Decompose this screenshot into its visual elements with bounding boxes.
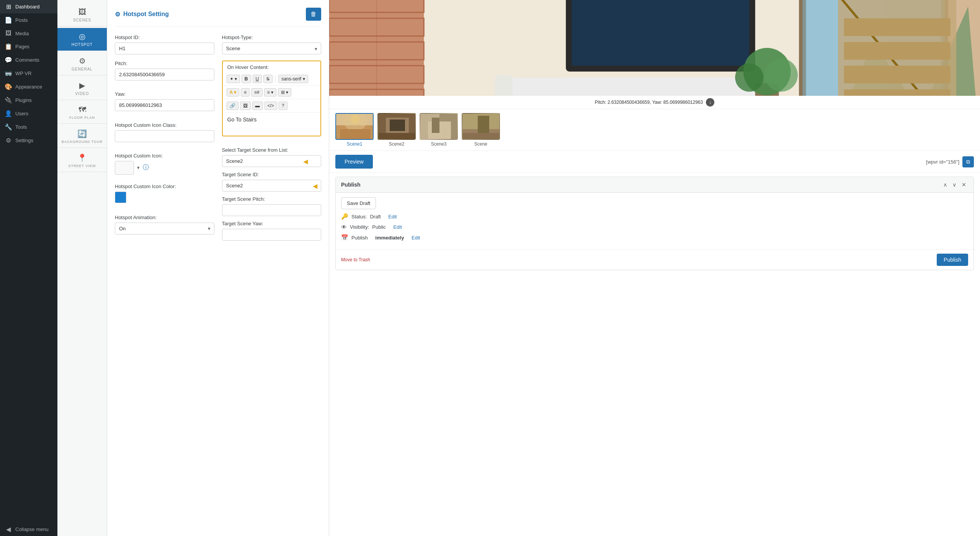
visibility-edit-link[interactable]: Edit <box>393 224 402 230</box>
hover-content-editor-area[interactable]: Go To Stairs <box>223 113 321 136</box>
toolbar-help-btn[interactable]: ? <box>279 102 287 110</box>
publish-body: Save Draft 🔑 Status: Draft Edit 👁 Visibi… <box>336 193 973 249</box>
target-scene-pitch-input[interactable] <box>222 204 322 216</box>
scene-thumb-4[interactable]: Scene <box>462 113 500 147</box>
sidebar-item-label: Users <box>15 111 28 116</box>
sidebar-item-media[interactable]: 🖼 Media <box>0 27 57 40</box>
toolbar-image-btn[interactable]: 🖼 <box>240 102 251 110</box>
toolbar-number-list-btn[interactable]: ≡# <box>251 88 263 97</box>
toolbar-magic-btn[interactable]: ✦ ▾ <box>227 75 240 83</box>
preview-button[interactable]: Preview <box>335 155 373 169</box>
color-swatch[interactable] <box>115 192 126 203</box>
posts-icon: 📄 <box>5 16 12 24</box>
coords-bar: Pitch: 2.632084500436659, Yaw: 85.069998… <box>329 96 980 109</box>
svg-rect-46 <box>378 133 416 140</box>
svg-rect-51 <box>432 118 439 133</box>
hover-content-text: Go To Stairs <box>227 116 257 123</box>
wp-vr-icon: 🥽 <box>5 70 12 77</box>
target-scene-yaw-input[interactable] <box>222 229 322 241</box>
scene-thumb-img-4 <box>462 113 500 140</box>
svg-rect-16 <box>495 75 513 96</box>
toolbar-code-btn[interactable]: </> <box>265 102 277 110</box>
sidebar-item-pages[interactable]: 📋 Pages <box>0 40 57 53</box>
sidebar-item-plugins[interactable]: 🔌 Plugins <box>0 93 57 107</box>
scenes-panel-item-hotspot[interactable]: ◎ HOTSPOT <box>57 28 107 51</box>
sidebar-item-posts[interactable]: 📄 Posts <box>0 13 57 27</box>
sidebar-item-label: Comments <box>15 57 39 63</box>
scene-thumbnails: Scene1 Scene2 <box>329 109 980 151</box>
download-icon: ↓ <box>706 98 714 107</box>
toolbar-sep-1 <box>275 75 276 83</box>
target-scene-yaw-group: Target Scene Yaw: <box>222 221 322 241</box>
scene-thumb-img-1 <box>335 113 374 140</box>
publish-controls: ∧ ∨ ✕ <box>941 181 968 189</box>
sidebar-item-users[interactable]: 👤 Users <box>0 107 57 120</box>
toolbar-bullet-list-btn[interactable]: ≡ <box>241 88 250 97</box>
editor-panel: ⚙ Hotspot Setting 🗑 Hotspot ID: Hotspot-… <box>107 0 329 536</box>
svg-rect-54 <box>478 116 489 135</box>
sidebar-item-dashboard[interactable]: ⊞ Dashboard <box>0 0 57 13</box>
target-scene-id-input[interactable] <box>222 180 322 192</box>
toolbar-table-btn[interactable]: ⊞ ▾ <box>278 88 291 97</box>
custom-icon-class-input[interactable] <box>115 130 214 142</box>
toolbar-underline-btn[interactable]: U <box>253 75 262 83</box>
sidebar-item-appearance[interactable]: 🎨 Appearance <box>0 80 57 93</box>
icon-upload-box[interactable] <box>115 161 134 175</box>
hotspot-id-input[interactable] <box>115 43 214 54</box>
scenes-panel-item-street-view[interactable]: 📍 STREET VIEW <box>57 149 107 172</box>
appearance-icon: 🎨 <box>5 83 12 90</box>
hotspot-id-group: Hotspot ID: <box>115 34 214 54</box>
scenes-panel-item-video[interactable]: ▶ VIDEO <box>57 77 107 100</box>
move-to-trash-link[interactable]: Move to Trash <box>341 257 370 262</box>
scenes-panel-item-scenes[interactable]: 🖼 SCENES <box>57 4 107 26</box>
sidebar-item-label: Posts <box>15 17 28 23</box>
publish-close-btn[interactable]: ✕ <box>960 181 968 189</box>
publish-collapse-up-btn[interactable]: ∧ <box>941 181 949 189</box>
svg-rect-42 <box>340 129 371 140</box>
toolbar-text-color-btn[interactable]: A ▾ <box>227 88 240 97</box>
status-edit-link[interactable]: Edit <box>388 214 397 220</box>
pitch-input[interactable] <box>115 69 214 80</box>
save-draft-button[interactable]: Save Draft <box>341 197 376 209</box>
sidebar-item-wp-vr[interactable]: 🥽 WP VR <box>0 67 57 80</box>
hotspot-id-label: Hotspot ID: <box>115 34 214 40</box>
toolbar-align-btn[interactable]: ≡ ▾ <box>264 88 276 97</box>
sidebar-item-comments[interactable]: 💬 Comments <box>0 53 57 67</box>
publish-button[interactable]: Publish <box>937 254 968 266</box>
scenes-panel-item-floor-plan[interactable]: 🗺 FLOOR PLAN <box>57 102 107 124</box>
publish-time-edit-link[interactable]: Edit <box>412 235 420 241</box>
sidebar-item-label: Settings <box>15 138 33 143</box>
calendar-icon: 📅 <box>341 234 348 241</box>
svg-rect-45 <box>390 120 405 131</box>
toolbar-video-embed-btn[interactable]: ▬ <box>252 102 263 110</box>
hotspot-animation-group: Hotspot Animation: On Off <box>115 215 214 241</box>
target-scene-id-group: Target Scene ID: ◀ <box>222 172 322 192</box>
toolbar-bold-btn[interactable]: B <box>242 75 251 83</box>
street-view-label: STREET VIEW <box>69 164 96 168</box>
scenes-panel-item-general[interactable]: ⚙ GENERAL <box>57 52 107 75</box>
scene-thumb-2[interactable]: Scene2 <box>377 113 416 147</box>
general-icon: ⚙ <box>79 56 86 66</box>
copy-shortcode-button[interactable]: ⧉ <box>962 156 974 167</box>
publish-collapse-down-btn[interactable]: ∨ <box>951 181 958 189</box>
hotspot-type-select[interactable]: Scene Info URL Video <box>222 43 322 54</box>
toolbar-strikethrough-btn[interactable]: S̶ <box>263 75 273 83</box>
publish-time-row: 📅 Publish immediately Edit <box>341 234 968 241</box>
info-icon[interactable]: ⓘ <box>143 164 149 172</box>
toolbar-font-btn[interactable]: sans-serif ▾ <box>278 75 308 83</box>
sidebar-item-label: Plugins <box>15 97 32 103</box>
scenes-panel-item-background-tour[interactable]: 🔄 BACKGROUND TOUR <box>57 125 107 148</box>
scene2-label: Scene2 <box>389 141 405 147</box>
sidebar-item-settings[interactable]: ⚙ Settings <box>0 134 57 147</box>
scene-thumb-1[interactable]: Scene1 <box>335 113 374 147</box>
hover-content-box: On Hover Content: ✦ ▾ B U S̶ sans-serif … <box>222 61 322 136</box>
toolbar-link-btn[interactable]: 🔗 <box>227 102 238 110</box>
scene-thumb-3[interactable]: Scene3 <box>420 113 458 147</box>
hotspot-animation-select[interactable]: On Off <box>115 223 214 234</box>
sidebar-item-collapse[interactable]: ◀ Collapse menu <box>0 523 57 536</box>
sidebar-item-label: Collapse menu <box>15 526 49 532</box>
icon-upload-row: ▾ ⓘ <box>115 161 214 175</box>
yaw-input[interactable] <box>115 99 214 111</box>
delete-hotspot-button[interactable]: 🗑 <box>306 8 321 21</box>
sidebar-item-tools[interactable]: 🔧 Tools <box>0 120 57 134</box>
